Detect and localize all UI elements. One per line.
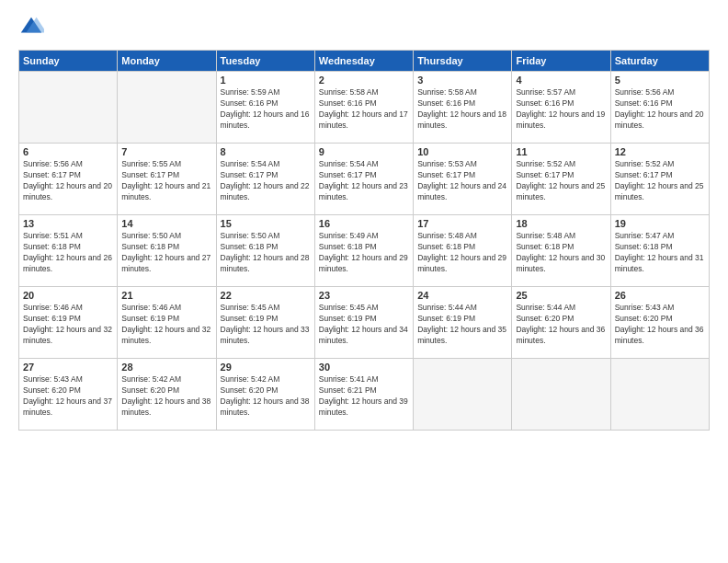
day-number: 13 (23, 218, 113, 229)
day-info: Sunrise: 5:54 AMSunset: 6:17 PMDaylight:… (319, 159, 409, 203)
day-number: 28 (121, 362, 211, 373)
day-info: Sunrise: 5:58 AMSunset: 6:16 PMDaylight:… (319, 87, 409, 132)
day-cell (610, 359, 709, 431)
day-number: 20 (23, 290, 113, 301)
day-cell: 8Sunrise: 5:54 AMSunset: 6:17 PMDaylight… (216, 144, 314, 215)
page: SundayMondayTuesdayWednesdayThursdayFrid… (0, 0, 728, 563)
day-number: 4 (516, 75, 606, 86)
col-header-friday: Friday (512, 51, 610, 72)
day-cell: 19Sunrise: 5:47 AMSunset: 6:18 PMDayligh… (610, 215, 709, 287)
week-row-5: 27Sunrise: 5:43 AMSunset: 6:20 PMDayligh… (19, 359, 710, 431)
week-row-1: 1Sunrise: 5:59 AMSunset: 6:16 PMDaylight… (19, 72, 710, 144)
day-number: 22 (221, 290, 311, 301)
day-info: Sunrise: 5:54 AMSunset: 6:17 PMDaylight:… (221, 159, 311, 203)
day-cell: 14Sunrise: 5:50 AMSunset: 6:18 PMDayligh… (118, 215, 216, 287)
day-cell: 5Sunrise: 5:56 AMSunset: 6:16 PMDaylight… (610, 72, 709, 144)
day-cell: 3Sunrise: 5:58 AMSunset: 6:16 PMDaylight… (414, 72, 512, 144)
day-cell: 2Sunrise: 5:58 AMSunset: 6:16 PMDaylight… (314, 72, 413, 144)
day-info: Sunrise: 5:42 AMSunset: 6:20 PMDaylight:… (121, 374, 211, 419)
day-info: Sunrise: 5:56 AMSunset: 6:17 PMDaylight:… (23, 159, 113, 203)
col-header-saturday: Saturday (610, 51, 709, 72)
day-number: 21 (121, 290, 211, 301)
day-cell: 21Sunrise: 5:46 AMSunset: 6:19 PMDayligh… (118, 287, 216, 359)
day-cell: 18Sunrise: 5:48 AMSunset: 6:18 PMDayligh… (512, 215, 610, 287)
day-info: Sunrise: 5:41 AMSunset: 6:21 PMDaylight:… (319, 374, 409, 419)
day-info: Sunrise: 5:59 AMSunset: 6:16 PMDaylight:… (221, 87, 311, 132)
day-cell: 25Sunrise: 5:44 AMSunset: 6:20 PMDayligh… (512, 287, 610, 359)
col-header-wednesday: Wednesday (314, 51, 413, 72)
day-cell: 6Sunrise: 5:56 AMSunset: 6:17 PMDaylight… (19, 144, 118, 215)
day-info: Sunrise: 5:50 AMSunset: 6:18 PMDaylight:… (221, 231, 311, 275)
day-info: Sunrise: 5:56 AMSunset: 6:16 PMDaylight:… (615, 87, 705, 132)
day-info: Sunrise: 5:48 AMSunset: 6:18 PMDaylight:… (516, 231, 606, 275)
day-cell: 23Sunrise: 5:45 AMSunset: 6:19 PMDayligh… (314, 287, 413, 359)
day-cell: 10Sunrise: 5:53 AMSunset: 6:17 PMDayligh… (414, 144, 512, 215)
day-cell: 4Sunrise: 5:57 AMSunset: 6:16 PMDaylight… (512, 72, 610, 144)
day-number: 29 (221, 362, 311, 373)
day-cell: 30Sunrise: 5:41 AMSunset: 6:21 PMDayligh… (314, 359, 413, 431)
day-info: Sunrise: 5:53 AMSunset: 6:17 PMDaylight:… (417, 159, 507, 203)
week-row-2: 6Sunrise: 5:56 AMSunset: 6:17 PMDaylight… (19, 144, 710, 215)
day-cell: 1Sunrise: 5:59 AMSunset: 6:16 PMDaylight… (216, 72, 314, 144)
day-cell: 16Sunrise: 5:49 AMSunset: 6:18 PMDayligh… (314, 215, 413, 287)
calendar: SundayMondayTuesdayWednesdayThursdayFrid… (18, 50, 710, 431)
day-info: Sunrise: 5:43 AMSunset: 6:20 PMDaylight:… (615, 303, 705, 347)
day-info: Sunrise: 5:44 AMSunset: 6:19 PMDaylight:… (417, 303, 507, 347)
day-info: Sunrise: 5:52 AMSunset: 6:17 PMDaylight:… (516, 159, 606, 203)
header (18, 15, 710, 40)
day-cell: 24Sunrise: 5:44 AMSunset: 6:19 PMDayligh… (414, 287, 512, 359)
day-cell (118, 72, 216, 144)
day-info: Sunrise: 5:50 AMSunset: 6:18 PMDaylight:… (121, 231, 211, 275)
day-number: 3 (417, 75, 507, 86)
week-row-4: 20Sunrise: 5:46 AMSunset: 6:19 PMDayligh… (19, 287, 710, 359)
day-cell: 12Sunrise: 5:52 AMSunset: 6:17 PMDayligh… (610, 144, 709, 215)
day-info: Sunrise: 5:45 AMSunset: 6:19 PMDaylight:… (221, 303, 311, 347)
day-number: 15 (221, 218, 311, 229)
day-cell: 17Sunrise: 5:48 AMSunset: 6:18 PMDayligh… (414, 215, 512, 287)
day-cell: 22Sunrise: 5:45 AMSunset: 6:19 PMDayligh… (216, 287, 314, 359)
day-number: 1 (221, 75, 311, 86)
day-number: 11 (516, 146, 606, 157)
day-info: Sunrise: 5:46 AMSunset: 6:19 PMDaylight:… (121, 303, 211, 347)
day-info: Sunrise: 5:42 AMSunset: 6:20 PMDaylight:… (221, 374, 311, 419)
col-header-sunday: Sunday (19, 51, 118, 72)
day-number: 5 (615, 75, 705, 86)
day-number: 23 (319, 290, 409, 301)
day-number: 14 (121, 218, 211, 229)
col-header-tuesday: Tuesday (216, 51, 314, 72)
week-row-3: 13Sunrise: 5:51 AMSunset: 6:18 PMDayligh… (19, 215, 710, 287)
day-number: 30 (319, 362, 409, 373)
day-number: 7 (121, 146, 211, 157)
day-number: 8 (221, 146, 311, 157)
day-cell: 27Sunrise: 5:43 AMSunset: 6:20 PMDayligh… (19, 359, 118, 431)
day-info: Sunrise: 5:47 AMSunset: 6:18 PMDaylight:… (615, 231, 705, 275)
day-cell: 7Sunrise: 5:55 AMSunset: 6:17 PMDaylight… (118, 144, 216, 215)
day-cell: 9Sunrise: 5:54 AMSunset: 6:17 PMDaylight… (314, 144, 413, 215)
day-info: Sunrise: 5:44 AMSunset: 6:20 PMDaylight:… (516, 303, 606, 347)
day-info: Sunrise: 5:48 AMSunset: 6:18 PMDaylight:… (417, 231, 507, 275)
day-number: 25 (516, 290, 606, 301)
day-cell (512, 359, 610, 431)
day-number: 18 (516, 218, 606, 229)
day-number: 6 (23, 146, 113, 157)
day-cell (414, 359, 512, 431)
logo (18, 15, 48, 40)
day-cell: 11Sunrise: 5:52 AMSunset: 6:17 PMDayligh… (512, 144, 610, 215)
day-number: 24 (417, 290, 507, 301)
day-cell: 15Sunrise: 5:50 AMSunset: 6:18 PMDayligh… (216, 215, 314, 287)
day-cell (19, 72, 118, 144)
day-number: 17 (417, 218, 507, 229)
day-cell: 20Sunrise: 5:46 AMSunset: 6:19 PMDayligh… (19, 287, 118, 359)
logo-icon (18, 15, 44, 40)
day-cell: 13Sunrise: 5:51 AMSunset: 6:18 PMDayligh… (19, 215, 118, 287)
day-number: 9 (319, 146, 409, 157)
day-number: 16 (319, 218, 409, 229)
day-info: Sunrise: 5:43 AMSunset: 6:20 PMDaylight:… (23, 374, 113, 419)
day-number: 10 (417, 146, 507, 157)
day-cell: 28Sunrise: 5:42 AMSunset: 6:20 PMDayligh… (118, 359, 216, 431)
day-cell: 29Sunrise: 5:42 AMSunset: 6:20 PMDayligh… (216, 359, 314, 431)
day-info: Sunrise: 5:55 AMSunset: 6:17 PMDaylight:… (121, 159, 211, 203)
day-number: 26 (615, 290, 705, 301)
day-number: 12 (615, 146, 705, 157)
day-info: Sunrise: 5:52 AMSunset: 6:17 PMDaylight:… (615, 159, 705, 203)
